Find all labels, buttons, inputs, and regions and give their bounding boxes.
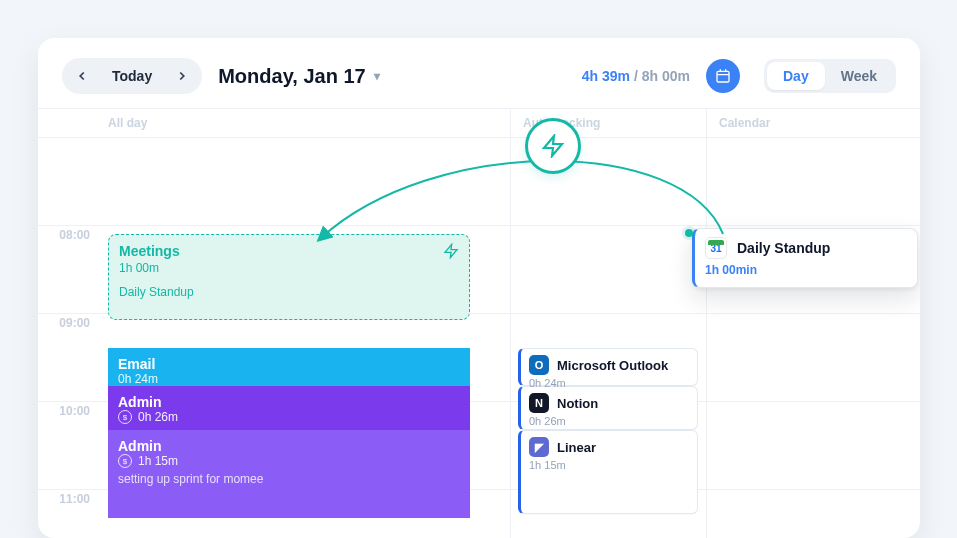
block-duration: $1h 15m: [118, 454, 460, 468]
tracked-summary: 4h 39m / 8h 00m: [582, 68, 690, 84]
billable-icon: $: [118, 454, 132, 468]
app-card-linear[interactable]: ◤Linear 1h 15m: [518, 430, 698, 514]
notion-icon: N: [529, 393, 549, 413]
tracked-block-email[interactable]: Email 0h 24m: [108, 348, 470, 386]
app-duration: 0h 26m: [529, 415, 689, 427]
prev-day-button[interactable]: [68, 62, 96, 90]
total-time: 8h 00m: [642, 68, 690, 84]
svg-marker-4: [445, 244, 457, 257]
billable-icon: $: [118, 410, 132, 424]
hour-label: 08:00: [38, 226, 100, 242]
google-calendar-icon: [705, 237, 727, 259]
view-segment: Day Week: [764, 59, 896, 93]
calendar-event-card[interactable]: Daily Standup 1h 00min: [692, 228, 918, 288]
tracked-block-admin-1[interactable]: Admin $0h 26m: [108, 386, 470, 430]
header-calendar: Calendar: [706, 109, 920, 137]
block-duration: $0h 26m: [118, 410, 460, 424]
calendar-icon-button[interactable]: [706, 59, 740, 93]
app-name: Notion: [557, 396, 598, 411]
event-duration: 1h 00min: [705, 263, 907, 277]
event-name: Daily Standup: [737, 240, 830, 256]
linear-icon: ◤: [529, 437, 549, 457]
auto-tracking-stack: OMicrosoft Outlook 0h 24m NNotion 0h 26m…: [518, 348, 698, 514]
outlook-icon: O: [529, 355, 549, 375]
block-title: Admin: [118, 438, 460, 454]
hour-label: [38, 138, 100, 140]
header-allday: All day: [100, 109, 510, 137]
hour-label: 10:00: [38, 402, 100, 418]
block-title: Email: [118, 356, 460, 372]
timeline-grid[interactable]: 08:00 09:00 10:00 11:00 Meetings 1h 00m …: [38, 138, 920, 538]
view-week-tab[interactable]: Week: [825, 62, 893, 90]
view-day-tab[interactable]: Day: [767, 62, 825, 90]
block-description: setting up sprint for momee: [118, 472, 460, 486]
meeting-block[interactable]: Meetings 1h 00m Daily Standup: [108, 234, 470, 320]
date-nav-group: Today: [62, 58, 202, 94]
meeting-duration: 1h 00m: [119, 261, 459, 275]
chevron-down-icon: ▾: [374, 69, 380, 83]
hour-label: 09:00: [38, 314, 100, 330]
toolbar: Today Monday, Jan 17 ▾ 4h 39m / 8h 00m: [38, 38, 920, 108]
app-name: Linear: [557, 440, 596, 455]
date-title-text: Monday, Jan 17: [218, 65, 365, 88]
bolt-icon: [443, 243, 459, 259]
app-duration: 1h 15m: [529, 459, 689, 471]
automation-bolt-badge: [525, 118, 581, 174]
elapsed-time: 4h 39m: [582, 68, 630, 84]
svg-marker-5: [544, 136, 562, 156]
app-card-notion[interactable]: NNotion 0h 26m: [518, 386, 698, 430]
column-headers: All day Auto tracking Calendar: [38, 108, 920, 138]
date-title[interactable]: Monday, Jan 17 ▾: [218, 65, 379, 88]
block-title: Admin: [118, 394, 460, 410]
app-name: Microsoft Outlook: [557, 358, 668, 373]
meeting-title: Meetings: [119, 243, 459, 259]
meeting-subject: Daily Standup: [119, 285, 459, 299]
calendar-app-card: Today Monday, Jan 17 ▾ 4h 39m / 8h 00m: [38, 38, 920, 538]
next-day-button[interactable]: [168, 62, 196, 90]
block-duration: 0h 24m: [118, 372, 460, 386]
separator: /: [634, 68, 642, 84]
today-button[interactable]: Today: [102, 68, 162, 84]
app-card-outlook[interactable]: OMicrosoft Outlook 0h 24m: [518, 348, 698, 386]
tracked-block-admin-2[interactable]: Admin $1h 15m setting up sprint for mome…: [108, 430, 470, 518]
hour-label: 11:00: [38, 490, 100, 506]
svg-rect-0: [717, 71, 729, 82]
